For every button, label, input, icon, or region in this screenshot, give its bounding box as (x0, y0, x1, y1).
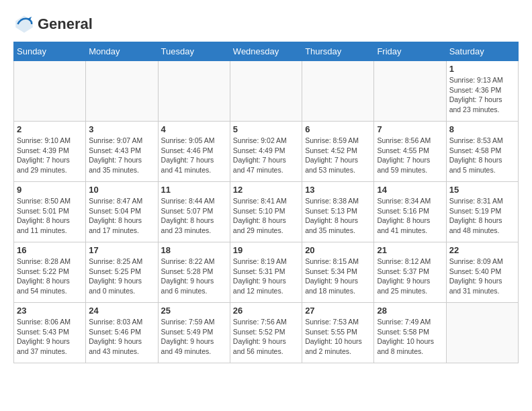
calendar-cell: 2Sunrise: 9:10 AM Sunset: 4:39 PM Daylig… (14, 122, 86, 182)
day-number: 24 (89, 306, 154, 316)
calendar-cell: 8Sunrise: 8:53 AM Sunset: 4:58 PM Daylig… (446, 122, 518, 182)
weekday-header-saturday: Saturday (446, 42, 518, 61)
day-info: Sunrise: 8:12 AM Sunset: 5:37 PM Dayligh… (377, 257, 443, 296)
calendar-cell: 13Sunrise: 8:38 AM Sunset: 5:13 PM Dayli… (302, 182, 374, 242)
day-number: 21 (377, 245, 443, 255)
day-info: Sunrise: 8:19 AM Sunset: 5:31 PM Dayligh… (233, 257, 299, 296)
day-number: 28 (377, 306, 443, 316)
day-info: Sunrise: 8:59 AM Sunset: 4:52 PM Dayligh… (305, 136, 371, 175)
day-info: Sunrise: 8:15 AM Sunset: 5:34 PM Dayligh… (305, 257, 371, 296)
day-info: Sunrise: 8:34 AM Sunset: 5:16 PM Dayligh… (377, 196, 443, 236)
day-number: 1 (449, 64, 515, 74)
calendar-cell: 27Sunrise: 7:53 AM Sunset: 5:55 PM Dayli… (302, 303, 374, 363)
calendar-cell (374, 61, 446, 122)
day-number: 18 (161, 245, 227, 255)
day-info: Sunrise: 9:13 AM Sunset: 4:36 PM Dayligh… (449, 75, 515, 115)
calendar-cell: 3Sunrise: 9:07 AM Sunset: 4:43 PM Daylig… (86, 122, 158, 182)
day-number: 27 (305, 306, 371, 316)
weekday-header-row: SundayMondayTuesdayWednesdayThursdayFrid… (14, 42, 519, 61)
day-number: 3 (89, 124, 154, 134)
logo: General (13, 13, 93, 35)
calendar-cell (86, 61, 158, 122)
day-number: 22 (449, 245, 515, 255)
calendar-cell: 21Sunrise: 8:12 AM Sunset: 5:37 PM Dayli… (374, 242, 446, 303)
day-number: 10 (89, 185, 154, 195)
day-info: Sunrise: 9:05 AM Sunset: 4:46 PM Dayligh… (161, 136, 227, 175)
day-number: 7 (377, 124, 443, 134)
day-info: Sunrise: 8:47 AM Sunset: 5:04 PM Dayligh… (89, 196, 154, 236)
calendar-week-3: 9Sunrise: 8:50 AM Sunset: 5:01 PM Daylig… (14, 182, 519, 242)
day-info: Sunrise: 7:49 AM Sunset: 5:58 PM Dayligh… (377, 317, 443, 357)
page-header: General (13, 13, 519, 35)
calendar-cell: 5Sunrise: 9:02 AM Sunset: 4:49 PM Daylig… (230, 122, 302, 182)
calendar-cell: 25Sunrise: 7:59 AM Sunset: 5:49 PM Dayli… (158, 303, 230, 363)
day-number: 14 (377, 185, 443, 195)
weekday-header-tuesday: Tuesday (158, 42, 230, 61)
weekday-header-thursday: Thursday (302, 42, 374, 61)
day-number: 23 (17, 306, 83, 316)
day-info: Sunrise: 8:53 AM Sunset: 4:58 PM Dayligh… (449, 136, 515, 175)
calendar-week-2: 2Sunrise: 9:10 AM Sunset: 4:39 PM Daylig… (14, 122, 519, 182)
calendar-cell: 24Sunrise: 8:03 AM Sunset: 5:46 PM Dayli… (86, 303, 158, 363)
day-info: Sunrise: 8:38 AM Sunset: 5:13 PM Dayligh… (305, 196, 371, 236)
calendar-week-1: 1Sunrise: 9:13 AM Sunset: 4:36 PM Daylig… (14, 61, 519, 122)
day-info: Sunrise: 9:10 AM Sunset: 4:39 PM Dayligh… (17, 136, 83, 175)
calendar-cell (158, 61, 230, 122)
day-number: 19 (233, 245, 299, 255)
calendar-cell (14, 61, 86, 122)
calendar-cell (446, 303, 518, 363)
day-number: 4 (161, 124, 227, 134)
day-info: Sunrise: 8:44 AM Sunset: 5:07 PM Dayligh… (161, 196, 227, 236)
calendar-cell: 6Sunrise: 8:59 AM Sunset: 4:52 PM Daylig… (302, 122, 374, 182)
calendar-cell (302, 61, 374, 122)
day-info: Sunrise: 9:02 AM Sunset: 4:49 PM Dayligh… (233, 136, 299, 175)
day-number: 13 (305, 185, 371, 195)
day-info: Sunrise: 7:59 AM Sunset: 5:49 PM Dayligh… (161, 317, 227, 357)
calendar-cell: 26Sunrise: 7:56 AM Sunset: 5:52 PM Dayli… (230, 303, 302, 363)
day-number: 8 (449, 124, 515, 134)
calendar-cell: 4Sunrise: 9:05 AM Sunset: 4:46 PM Daylig… (158, 122, 230, 182)
day-info: Sunrise: 9:07 AM Sunset: 4:43 PM Dayligh… (89, 136, 154, 175)
day-number: 17 (89, 245, 154, 255)
calendar-cell: 28Sunrise: 7:49 AM Sunset: 5:58 PM Dayli… (374, 303, 446, 363)
weekday-header-friday: Friday (374, 42, 446, 61)
day-number: 11 (161, 185, 227, 195)
weekday-header-sunday: Sunday (14, 42, 86, 61)
calendar-cell: 23Sunrise: 8:06 AM Sunset: 5:43 PM Dayli… (14, 303, 86, 363)
weekday-header-monday: Monday (86, 42, 158, 61)
day-info: Sunrise: 8:31 AM Sunset: 5:19 PM Dayligh… (449, 196, 515, 236)
day-info: Sunrise: 7:53 AM Sunset: 5:55 PM Dayligh… (305, 317, 371, 357)
day-info: Sunrise: 8:06 AM Sunset: 5:43 PM Dayligh… (17, 317, 83, 357)
calendar-week-5: 23Sunrise: 8:06 AM Sunset: 5:43 PM Dayli… (14, 303, 519, 363)
calendar-cell: 18Sunrise: 8:22 AM Sunset: 5:28 PM Dayli… (158, 242, 230, 303)
day-info: Sunrise: 8:56 AM Sunset: 4:55 PM Dayligh… (377, 136, 443, 175)
calendar-week-4: 16Sunrise: 8:28 AM Sunset: 5:22 PM Dayli… (14, 242, 519, 303)
day-info: Sunrise: 8:50 AM Sunset: 5:01 PM Dayligh… (17, 196, 83, 236)
weekday-header-wednesday: Wednesday (230, 42, 302, 61)
day-info: Sunrise: 8:28 AM Sunset: 5:22 PM Dayligh… (17, 257, 83, 296)
calendar-cell (230, 61, 302, 122)
day-number: 5 (233, 124, 299, 134)
calendar-cell: 17Sunrise: 8:25 AM Sunset: 5:25 PM Dayli… (86, 242, 158, 303)
day-info: Sunrise: 8:25 AM Sunset: 5:25 PM Dayligh… (89, 257, 154, 296)
calendar-cell: 16Sunrise: 8:28 AM Sunset: 5:22 PM Dayli… (14, 242, 86, 303)
calendar-cell: 15Sunrise: 8:31 AM Sunset: 5:19 PM Dayli… (446, 182, 518, 242)
day-info: Sunrise: 8:03 AM Sunset: 5:46 PM Dayligh… (89, 317, 154, 357)
logo-text: General (38, 16, 93, 32)
day-number: 15 (449, 185, 515, 195)
day-number: 6 (305, 124, 371, 134)
calendar-cell: 10Sunrise: 8:47 AM Sunset: 5:04 PM Dayli… (86, 182, 158, 242)
day-info: Sunrise: 8:09 AM Sunset: 5:40 PM Dayligh… (449, 257, 515, 296)
calendar-cell: 22Sunrise: 8:09 AM Sunset: 5:40 PM Dayli… (446, 242, 518, 303)
calendar-cell: 9Sunrise: 8:50 AM Sunset: 5:01 PM Daylig… (14, 182, 86, 242)
day-number: 16 (17, 245, 83, 255)
day-info: Sunrise: 8:41 AM Sunset: 5:10 PM Dayligh… (233, 196, 299, 236)
day-number: 2 (17, 124, 83, 134)
logo-icon (13, 13, 35, 35)
calendar-cell: 19Sunrise: 8:19 AM Sunset: 5:31 PM Dayli… (230, 242, 302, 303)
day-number: 25 (161, 306, 227, 316)
calendar-cell: 1Sunrise: 9:13 AM Sunset: 4:36 PM Daylig… (446, 61, 518, 122)
calendar-cell: 7Sunrise: 8:56 AM Sunset: 4:55 PM Daylig… (374, 122, 446, 182)
calendar-cell: 20Sunrise: 8:15 AM Sunset: 5:34 PM Dayli… (302, 242, 374, 303)
day-info: Sunrise: 8:22 AM Sunset: 5:28 PM Dayligh… (161, 257, 227, 296)
